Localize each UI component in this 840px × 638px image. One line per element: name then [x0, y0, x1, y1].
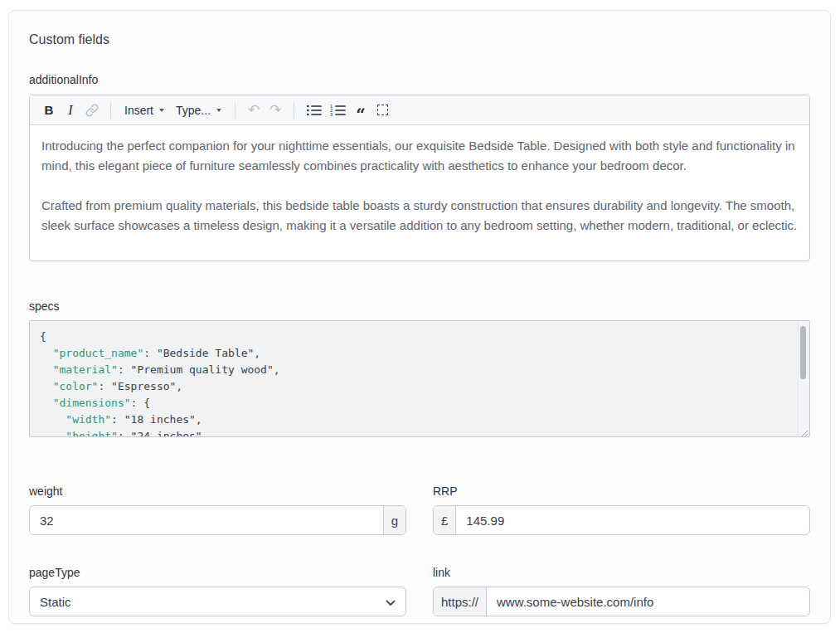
specs-label: specs — [29, 300, 810, 313]
rrp-label: RRP — [433, 485, 810, 498]
redo-button[interactable]: ↷ — [265, 100, 286, 121]
code-block-button[interactable] — [371, 100, 393, 121]
rich-text-editor: B I Insert Type... — [29, 95, 810, 261]
weight-unit-suffix: g — [383, 506, 405, 534]
type-dropdown[interactable]: Type... — [170, 100, 227, 121]
page-type-field-group: pageType Static — [29, 566, 406, 616]
undo-icon: ↶ — [248, 103, 260, 117]
pagetype-link-row: pageType Static link https:// — [29, 566, 810, 616]
rrp-field-group: RRP £ — [433, 485, 810, 535]
link-icon — [85, 104, 99, 117]
weight-field-group: weight g — [29, 485, 406, 535]
currency-prefix: £ — [434, 506, 456, 534]
weight-input[interactable] — [30, 506, 383, 534]
toolbar-divider — [294, 102, 294, 119]
chevron-down-icon — [216, 109, 221, 112]
page-type-selected-value: Static — [40, 595, 71, 609]
dashed-box-icon — [377, 105, 388, 115]
toolbar-divider — [235, 102, 235, 119]
toolbar-divider — [110, 102, 111, 119]
rrp-input[interactable] — [456, 506, 809, 534]
redo-icon: ↷ — [269, 103, 281, 117]
rich-text-content[interactable]: Introducing the perfect companion for yo… — [30, 125, 809, 246]
bold-icon: B — [45, 103, 54, 117]
link-button[interactable] — [81, 100, 103, 121]
link-label: link — [433, 566, 810, 579]
link-input[interactable] — [487, 587, 809, 616]
page-type-label: pageType — [29, 566, 406, 579]
chevron-down-icon — [159, 109, 164, 112]
bullet-list-button[interactable] — [302, 100, 326, 121]
insert-dropdown-label: Insert — [124, 104, 153, 117]
rrp-control: £ — [433, 505, 810, 535]
blockquote-icon: “ — [356, 104, 366, 117]
specs-code[interactable]: { "product_name": "Bedside Table", "mate… — [30, 321, 809, 437]
resize-handle-icon[interactable] — [799, 426, 808, 436]
undo-button[interactable]: ↶ — [243, 100, 265, 121]
editor-toolbar: B I Insert Type... — [30, 95, 809, 125]
panel-title: Custom fields — [29, 32, 810, 47]
chevron-down-icon — [386, 595, 396, 609]
link-field-group: link https:// — [433, 566, 810, 616]
blockquote-button[interactable]: “ — [350, 100, 371, 121]
insert-dropdown[interactable]: Insert — [119, 100, 170, 121]
bold-button[interactable]: B — [38, 100, 60, 121]
italic-button[interactable]: I — [60, 100, 81, 121]
numbered-list-icon: 1 2 3 — [330, 104, 346, 117]
bullet-list-icon — [306, 104, 322, 117]
numbered-list-button[interactable]: 1 2 3 — [326, 100, 350, 121]
weight-control: g — [29, 505, 406, 535]
custom-fields-panel: Custom fields additionalInfo B I Insert — [8, 10, 831, 624]
page-type-select[interactable]: Static — [29, 587, 406, 616]
scrollbar-thumb[interactable] — [800, 326, 806, 379]
scrollbar-track[interactable] — [798, 322, 808, 436]
svg-text:3: 3 — [330, 112, 333, 117]
additional-info-label: additionalInfo — [29, 73, 810, 86]
weight-label: weight — [29, 485, 406, 498]
protocol-prefix: https:// — [434, 587, 487, 616]
editor-paragraph[interactable]: Introducing the perfect companion for yo… — [41, 136, 798, 176]
italic-icon: I — [68, 103, 72, 118]
editor-paragraph[interactable]: Crafted from premium quality materials, … — [41, 196, 798, 236]
link-control: https:// — [433, 587, 810, 616]
type-dropdown-label: Type... — [176, 104, 211, 117]
weight-rrp-row: weight g RRP £ — [29, 485, 810, 535]
specs-code-editor[interactable]: { "product_name": "Bedside Table", "mate… — [29, 320, 810, 437]
